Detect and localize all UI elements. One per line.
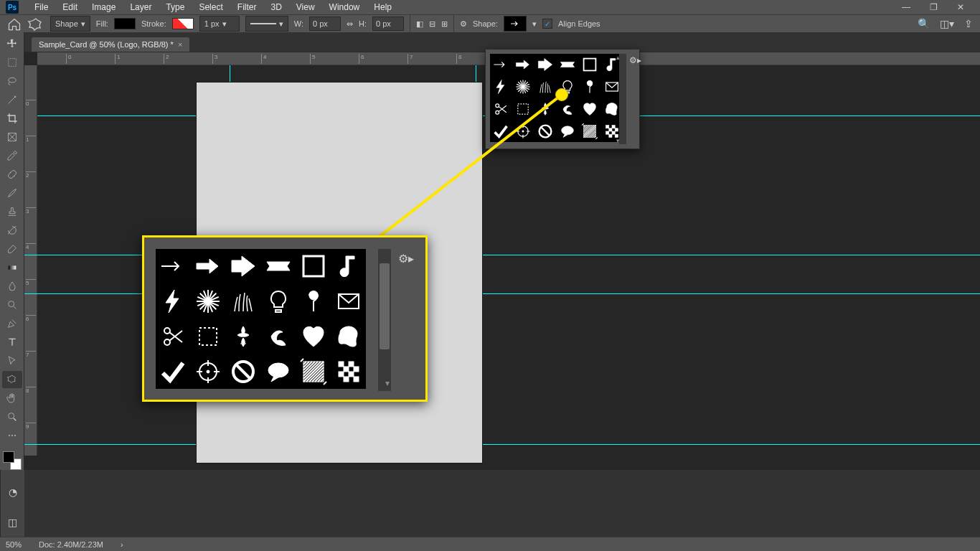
link-wh-icon[interactable]: ⇔ [347,19,353,29]
shape-bolt-icon[interactable] [490,76,512,98]
document-tab[interactable]: Sample_Card @ 50% (Logo, RGB/8) * × [32,37,189,52]
menu-select[interactable]: Select [192,2,230,12]
history-brush-icon[interactable] [2,222,22,239]
shape-target-icon[interactable] [512,121,534,142]
custom-shape-tool-active-icon[interactable] [2,371,22,388]
share-icon[interactable]: ⇪ [964,18,973,29]
mode-select[interactable]: Shape ▾ [50,16,90,32]
shape-bulb-icon[interactable] [261,284,296,319]
shape-scissors-icon[interactable] [490,98,512,120]
stamp-tool-icon[interactable] [2,203,22,220]
move-tool-icon[interactable] [2,35,22,52]
menu-type[interactable]: Type [159,2,192,12]
path-select-icon[interactable] [2,352,22,369]
stroke-width-select[interactable]: 1 px▾ [199,16,240,32]
shape-bulb-icon[interactable] [557,76,578,98]
shape-no-icon[interactable] [226,354,260,389]
status-chevron-icon[interactable]: › [121,540,123,549]
frame-tool-icon[interactable] [2,128,22,146]
fill-swatch[interactable] [114,18,136,29]
lasso-tool-icon[interactable] [2,72,22,90]
shape-fleur-icon[interactable] [226,319,260,354]
crop-tool-icon[interactable] [2,110,22,127]
gear-icon[interactable]: ⚙ [460,19,467,29]
shape-square-dashed-icon[interactable] [191,319,225,354]
shape-arrow-right-thin-icon[interactable] [156,249,190,283]
blur-tool-icon[interactable] [2,278,22,295]
shape-arrow-right-bold-icon[interactable] [534,54,556,75]
stroke-style-select[interactable]: ▾ [245,16,288,32]
scrollbar[interactable] [619,54,626,144]
eyedropper-tool-icon[interactable] [2,147,22,164]
window-close-icon[interactable]: ✕ [947,0,974,14]
menu-window[interactable]: Window [322,2,367,12]
shape-blob-icon[interactable] [331,319,366,354]
menu-edit[interactable]: Edit [55,2,85,12]
close-tab-icon[interactable]: × [178,40,182,49]
shape-speech-icon[interactable] [557,121,578,142]
custom-shape-tool-icon[interactable] [27,17,44,31]
zoom-level[interactable]: 50% [6,540,22,549]
foreground-background-colors[interactable] [3,451,22,470]
shape-banner-icon[interactable] [557,54,578,75]
menu-layer[interactable]: Layer [123,2,159,12]
shape-arrow-right-icon[interactable] [512,54,534,75]
shape-heart-icon[interactable] [296,319,331,354]
chevron-down-icon[interactable]: ▾ [385,378,390,388]
shape-check-icon[interactable] [490,121,512,142]
shape-check-icon[interactable] [156,354,190,389]
pen-tool-icon[interactable] [2,315,22,332]
menu-view[interactable]: View [289,2,322,12]
shape-fleur-icon[interactable] [534,98,556,120]
menu-file[interactable]: File [27,2,55,12]
path-op-icon[interactable]: ◧ [416,19,423,29]
menu-help[interactable]: Help [367,2,399,12]
heal-tool-icon[interactable] [2,166,22,183]
hand-tool-icon[interactable] [2,390,22,407]
shape-burst-icon[interactable] [512,76,534,98]
properties-panel-icon[interactable]: ◫ [5,514,21,530]
shape-ornament-icon[interactable] [261,319,296,354]
arrange-icon[interactable]: ⊞ [441,19,448,29]
shape-checker-icon[interactable] [331,354,366,389]
shape-preview[interactable] [504,16,527,32]
shape-target-icon[interactable] [191,354,225,389]
height-input[interactable] [372,17,404,31]
marquee-tool-icon[interactable] [2,54,22,71]
shape-music-note-icon[interactable] [331,249,366,283]
shape-arrow-right-icon[interactable] [191,249,225,283]
eraser-tool-icon[interactable] [2,240,22,258]
shape-heart-icon[interactable] [579,98,600,120]
chevron-down-icon[interactable]: ▾ [616,137,625,144]
dodge-tool-icon[interactable] [2,296,22,314]
shape-grass-icon[interactable] [226,284,260,319]
gradient-tool-icon[interactable] [2,259,22,276]
window-restore-icon[interactable]: ❐ [920,0,947,14]
align-edges-checkbox[interactable]: ✓ [542,19,552,29]
shape-grass-icon[interactable] [534,76,556,98]
shape-ornament-icon[interactable] [557,98,578,120]
shape-no-icon[interactable] [534,121,556,142]
type-tool-icon[interactable] [2,334,22,351]
width-input[interactable] [309,17,341,31]
menu-filter[interactable]: Filter [230,2,264,12]
history-panel-icon[interactable]: ◔ [5,484,21,500]
edit-toolbar-icon[interactable]: ⋯ [2,427,22,444]
shape-speech-icon[interactable] [261,354,296,389]
search-icon[interactable]: 🔍 [918,18,930,29]
home-icon[interactable] [7,17,22,30]
shape-banner-icon[interactable] [261,249,296,283]
shape-hatch-icon[interactable] [296,354,331,389]
align-icon[interactable]: ⊟ [429,19,435,29]
shape-bolt-icon[interactable] [156,284,190,319]
menu-3d[interactable]: 3D [263,2,288,12]
stroke-swatch[interactable] [172,18,194,29]
wand-tool-icon[interactable] [2,91,22,108]
shape-scissors-icon[interactable] [156,319,190,354]
workspace-icon[interactable]: ◫▾ [940,18,954,29]
shape-hatch-icon[interactable] [579,121,600,142]
shape-frame-icon[interactable] [579,54,600,75]
shape-envelope-icon[interactable] [331,284,366,319]
scrollbar[interactable] [378,249,391,391]
gear-icon[interactable]: ⚙▸ [398,252,414,265]
